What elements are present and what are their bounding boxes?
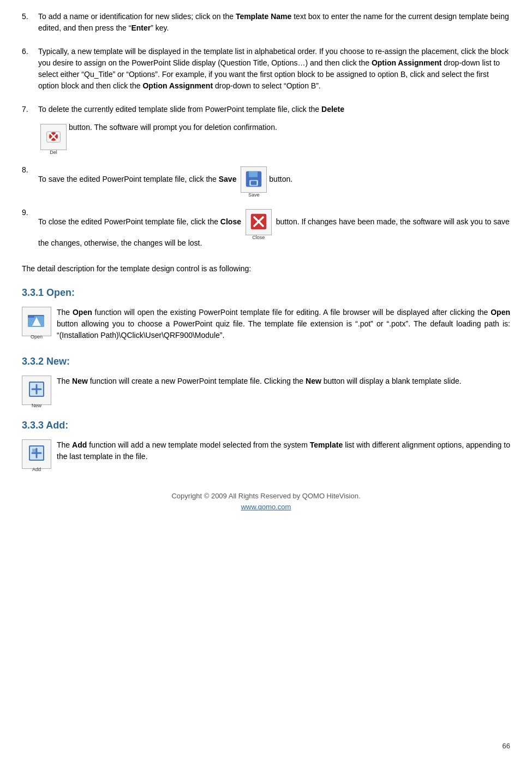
sections-container: 3.3.1 Open: Open The Open function will … [22,285,510,469]
svg-rect-7 [251,181,257,185]
icon-label: Add [22,466,51,474]
item-number: 5. [22,11,38,22]
item-number: 7. [22,104,38,115]
section-3.3.3: 3.3.3 Add: Add The Add function will add… [22,418,510,469]
footer: Copyright © 2009 All Rights Reserved by … [22,491,510,512]
section-icon-new: New [22,376,51,405]
item-text: To close the edited PowerPoint template … [38,207,510,249]
svg-rect-14 [28,315,34,318]
item-content: To close the edited PowerPoint template … [38,207,510,252]
numbered-item: 5. To add a name or identification for n… [22,11,510,37]
page-number: 66 [503,741,510,752]
item-text: Typically, a new template will be displa… [38,46,510,92]
save-icon-inline: Save [241,166,267,193]
del-icon-wrap: Del button. The software will prompt you… [38,122,277,152]
section-text: The New function will create a new Power… [57,376,510,387]
item-text: To add a name or identification for new … [38,11,510,34]
item-content: To save the edited PowerPoint template f… [38,164,510,198]
item-content: Typically, a new template will be displa… [38,46,510,95]
section-text: The Add function will add a new template… [57,439,510,462]
item-content: To add a name or identification for new … [38,11,510,37]
section-body: Open The Open function will open the exi… [22,307,510,341]
section-heading: 3.3.2 New: [22,354,510,369]
section-body: Add The Add function will add a new temp… [22,439,510,469]
item-content: To delete the currently edited template … [38,104,510,156]
close-icon-inline: Close [246,209,272,235]
item-number: 8. [22,164,38,176]
section-heading: 3.3.1 Open: [22,285,510,300]
item-number: 6. [22,46,38,57]
section-icon-open: Open [22,307,51,336]
website-link[interactable]: www.qomo.com [241,503,291,511]
svg-rect-23 [32,449,37,452]
section-text: The Open function will open the existing… [57,307,510,341]
numbered-item: 7. To delete the currently edited templa… [22,104,510,156]
numbered-list: 5. To add a name or identification for n… [22,11,510,252]
item-number: 9. [22,207,38,218]
numbered-item: 9. To close the edited PowerPoint templa… [22,207,510,252]
icon-label: Open [22,334,51,341]
numbered-item: 8. To save the edited PowerPoint templat… [22,164,510,198]
after-icon-text: button. The software will prompt you for… [69,122,277,133]
detail-description: The detail description for the template … [22,263,510,275]
del-icon-inline: Del [40,124,67,150]
section-body: New The New function will create a new P… [22,376,510,405]
svg-rect-5 [249,171,258,177]
item-text: To delete the currently edited template … [38,104,510,115]
section-3.3.2: 3.3.2 New: New The New function will cre… [22,354,510,405]
section-3.3.1: 3.3.1 Open: Open The Open function will … [22,285,510,341]
section-icon-add: Add [22,439,51,469]
item-text: To save the edited PowerPoint template f… [38,164,510,195]
numbered-item: 6. Typically, a new template will be dis… [22,46,510,95]
icon-label: New [22,402,51,410]
section-heading: 3.3.3 Add: [22,418,510,433]
copyright-text: Copyright © 2009 All Rights Reserved by … [22,491,510,502]
